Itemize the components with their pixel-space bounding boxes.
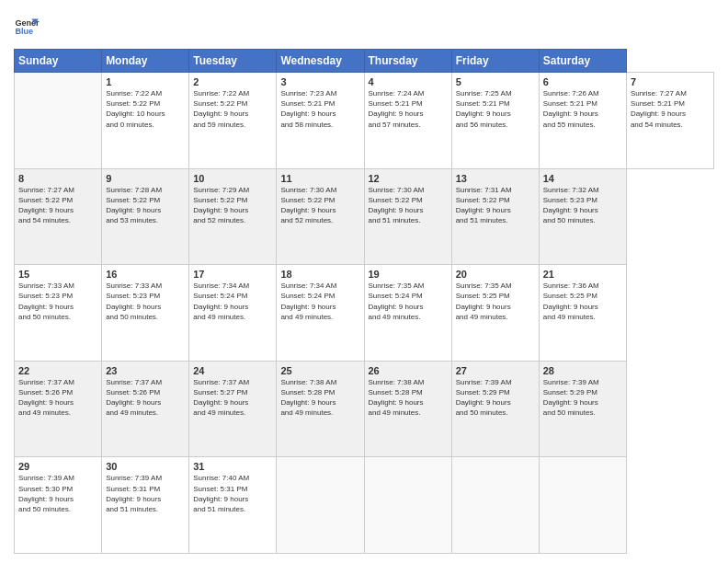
day-info: Sunrise: 7:39 AM Sunset: 5:30 PM Dayligh… [18,473,97,514]
calendar-header: SundayMondayTuesdayWednesdayThursdayFrid… [15,50,714,73]
day-cell-10: 10Sunrise: 7:29 AM Sunset: 5:22 PM Dayli… [189,168,277,265]
day-number: 4 [369,76,448,87]
day-number: 8 [18,173,97,184]
day-number: 5 [456,76,535,87]
day-number: 12 [369,173,448,184]
day-info: Sunrise: 7:26 AM Sunset: 5:21 PM Dayligh… [543,88,622,130]
day-cell-11: 11Sunrise: 7:30 AM Sunset: 5:22 PM Dayli… [277,168,364,265]
day-info: Sunrise: 7:29 AM Sunset: 5:22 PM Dayligh… [193,185,272,226]
day-info: Sunrise: 7:31 AM Sunset: 5:22 PM Dayligh… [456,185,535,226]
empty-cell [539,457,626,554]
day-number: 31 [193,461,272,472]
column-header-monday: Monday [102,50,189,73]
day-number: 16 [106,269,185,280]
day-info: Sunrise: 7:39 AM Sunset: 5:29 PM Dayligh… [456,377,535,419]
day-info: Sunrise: 7:39 AM Sunset: 5:31 PM Dayligh… [106,473,185,514]
day-number: 9 [106,173,185,184]
day-number: 28 [543,365,622,376]
day-number: 22 [18,365,97,376]
week-row-1: 1Sunrise: 7:22 AM Sunset: 5:22 PM Daylig… [15,73,714,169]
day-info: Sunrise: 7:35 AM Sunset: 5:25 PM Dayligh… [456,281,535,322]
day-cell-21: 21Sunrise: 7:36 AM Sunset: 5:25 PM Dayli… [539,265,626,362]
day-cell-22: 22Sunrise: 7:37 AM Sunset: 5:26 PM Dayli… [15,361,102,457]
day-cell-4: 4Sunrise: 7:24 AM Sunset: 5:21 PM Daylig… [364,73,451,169]
column-header-thursday: Thursday [364,50,451,73]
day-number: 26 [369,365,448,376]
day-number: 3 [280,76,359,87]
day-cell-17: 17Sunrise: 7:34 AM Sunset: 5:24 PM Dayli… [189,265,277,362]
day-info: Sunrise: 7:27 AM Sunset: 5:21 PM Dayligh… [631,88,710,130]
day-info: Sunrise: 7:22 AM Sunset: 5:22 PM Dayligh… [193,88,272,130]
day-cell-27: 27Sunrise: 7:39 AM Sunset: 5:29 PM Dayli… [451,361,539,457]
day-info: Sunrise: 7:28 AM Sunset: 5:22 PM Dayligh… [106,185,185,226]
day-number: 25 [280,365,359,376]
day-info: Sunrise: 7:38 AM Sunset: 5:28 PM Dayligh… [369,377,448,419]
day-info: Sunrise: 7:39 AM Sunset: 5:29 PM Dayligh… [543,377,622,419]
day-info: Sunrise: 7:35 AM Sunset: 5:24 PM Dayligh… [369,281,448,322]
day-cell-15: 15Sunrise: 7:33 AM Sunset: 5:23 PM Dayli… [15,265,102,362]
day-cell-29: 29Sunrise: 7:39 AM Sunset: 5:30 PM Dayli… [15,457,102,554]
day-info: Sunrise: 7:34 AM Sunset: 5:24 PM Dayligh… [280,281,359,322]
day-cell-7: 7Sunrise: 7:27 AM Sunset: 5:21 PM Daylig… [626,73,713,169]
day-number: 13 [456,173,535,184]
day-info: Sunrise: 7:27 AM Sunset: 5:22 PM Dayligh… [18,185,97,226]
day-cell-14: 14Sunrise: 7:32 AM Sunset: 5:23 PM Dayli… [539,168,626,265]
column-header-friday: Friday [451,50,539,73]
day-cell-28: 28Sunrise: 7:39 AM Sunset: 5:29 PM Dayli… [539,361,626,457]
day-info: Sunrise: 7:22 AM Sunset: 5:22 PM Dayligh… [106,88,185,130]
day-info: Sunrise: 7:38 AM Sunset: 5:28 PM Dayligh… [280,377,359,419]
day-info: Sunrise: 7:24 AM Sunset: 5:21 PM Dayligh… [369,88,448,130]
empty-cell [451,457,539,554]
main-container: General Blue SundayMondayTuesdayWednesda… [0,0,728,563]
day-cell-23: 23Sunrise: 7:37 AM Sunset: 5:26 PM Dayli… [102,361,189,457]
day-cell-26: 26Sunrise: 7:38 AM Sunset: 5:28 PM Dayli… [364,361,451,457]
day-number: 30 [106,461,185,472]
day-cell-2: 2Sunrise: 7:22 AM Sunset: 5:22 PM Daylig… [189,73,277,169]
day-number: 1 [106,76,185,87]
empty-cell [15,73,102,169]
week-row-5: 29Sunrise: 7:39 AM Sunset: 5:30 PM Dayli… [15,457,714,554]
day-number: 19 [369,269,448,280]
day-number: 21 [543,269,622,280]
day-number: 17 [193,269,272,280]
day-info: Sunrise: 7:32 AM Sunset: 5:23 PM Dayligh… [543,185,622,226]
day-number: 27 [456,365,535,376]
day-number: 6 [543,76,622,87]
column-header-sunday: Sunday [15,50,102,73]
day-info: Sunrise: 7:40 AM Sunset: 5:31 PM Dayligh… [193,473,272,514]
day-cell-9: 9Sunrise: 7:28 AM Sunset: 5:22 PM Daylig… [102,168,189,265]
day-cell-3: 3Sunrise: 7:23 AM Sunset: 5:21 PM Daylig… [277,73,364,169]
day-cell-25: 25Sunrise: 7:38 AM Sunset: 5:28 PM Dayli… [277,361,364,457]
day-info: Sunrise: 7:23 AM Sunset: 5:21 PM Dayligh… [280,88,359,130]
day-number: 14 [543,173,622,184]
day-cell-6: 6Sunrise: 7:26 AM Sunset: 5:21 PM Daylig… [539,73,626,169]
day-number: 18 [280,269,359,280]
day-info: Sunrise: 7:30 AM Sunset: 5:22 PM Dayligh… [280,185,359,226]
header-row: SundayMondayTuesdayWednesdayThursdayFrid… [15,50,714,73]
day-info: Sunrise: 7:37 AM Sunset: 5:26 PM Dayligh… [106,377,185,419]
column-header-tuesday: Tuesday [189,50,277,73]
day-number: 11 [280,173,359,184]
day-number: 2 [193,76,272,87]
day-cell-19: 19Sunrise: 7:35 AM Sunset: 5:24 PM Dayli… [364,265,451,362]
day-cell-20: 20Sunrise: 7:35 AM Sunset: 5:25 PM Dayli… [451,265,539,362]
calendar-body: 1Sunrise: 7:22 AM Sunset: 5:22 PM Daylig… [15,73,714,554]
day-info: Sunrise: 7:30 AM Sunset: 5:22 PM Dayligh… [369,185,448,226]
logo-icon: General Blue [14,14,40,40]
day-info: Sunrise: 7:37 AM Sunset: 5:26 PM Dayligh… [18,377,97,419]
day-cell-18: 18Sunrise: 7:34 AM Sunset: 5:24 PM Dayli… [277,265,364,362]
day-number: 23 [106,365,185,376]
day-number: 10 [193,173,272,184]
day-cell-24: 24Sunrise: 7:37 AM Sunset: 5:27 PM Dayli… [189,361,277,457]
empty-cell [364,457,451,554]
day-number: 7 [631,76,710,87]
day-cell-16: 16Sunrise: 7:33 AM Sunset: 5:23 PM Dayli… [102,265,189,362]
empty-cell [277,457,364,554]
day-cell-30: 30Sunrise: 7:39 AM Sunset: 5:31 PM Dayli… [102,457,189,554]
column-header-wednesday: Wednesday [277,50,364,73]
day-info: Sunrise: 7:36 AM Sunset: 5:25 PM Dayligh… [543,281,622,322]
day-number: 29 [18,461,97,472]
week-row-2: 8Sunrise: 7:27 AM Sunset: 5:22 PM Daylig… [15,168,714,265]
day-number: 20 [456,269,535,280]
day-info: Sunrise: 7:25 AM Sunset: 5:21 PM Dayligh… [456,88,535,130]
